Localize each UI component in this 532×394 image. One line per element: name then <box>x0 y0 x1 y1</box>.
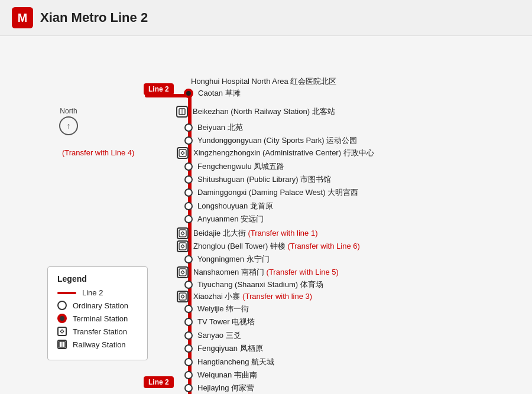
station-tvtower: TV Tower 电视塔 <box>184 317 255 327</box>
legend-terminal-label: Terminal Station <box>73 314 128 323</box>
ordinary-dot <box>184 358 193 366</box>
sanyao-label: Sanyao 三爻 <box>197 330 241 341</box>
ordinary-dot <box>184 202 193 210</box>
svg-text:M: M <box>18 11 27 24</box>
terminal-dot <box>184 89 193 98</box>
transfer-dot <box>177 291 189 302</box>
legend-item-terminal: Terminal Station <box>57 314 138 323</box>
legend-railway-label: Railway Station <box>73 340 126 349</box>
station-fengqiyuan: Fengqiyuan 凤栖原 <box>184 343 263 354</box>
ordinary-dot <box>184 318 193 326</box>
ordinary-dot <box>184 255 193 263</box>
legend-transfer-symbol <box>57 327 67 336</box>
xiaozhai-label: Xiaozhai 小寨 (Transfer with line 3) <box>193 291 312 302</box>
legend-item-line2: Line 2 <box>57 288 138 297</box>
station-sanyao: Sanyao 三爻 <box>184 330 241 341</box>
shitushuguan-label: Shitushuguan (Public Library) 市图书馆 <box>197 174 331 185</box>
xingzhengzhongxin-label: Xingzhengzhongxin (Administrative Center… <box>193 148 374 158</box>
ordinary-dot <box>184 331 193 340</box>
tiyuchang-label: Tiyuchang (Shaanxi Stadium) 体育场 <box>197 279 323 290</box>
station-beidajie: Beidajie 北大街 (Transfer with line 1) <box>177 227 317 239</box>
station-caotan: Caotan 草滩 <box>184 88 241 99</box>
yundonggongyuan-label: Yundonggongyuan (City Sports Park) 运动公园 <box>197 135 357 146</box>
station-hangtiancheng: Hangtiancheng 航天城 <box>184 357 274 367</box>
transfer-line4-note: (Transfer with Line 4) <box>62 148 134 157</box>
beiyuan-label: Beiyuan 北苑 <box>197 122 243 133</box>
legend-item-railway: Railway Station <box>57 340 138 349</box>
fengqiyuan-label: Fengqiyuan 凤栖原 <box>197 343 263 354</box>
fengchengwulu-label: Fengchengwulu 凤城五路 <box>197 161 284 172</box>
ordinary-dot <box>184 344 193 353</box>
yongningmen-label: Yongningmen 永宁门 <box>197 254 270 265</box>
railway-dot <box>176 106 188 118</box>
station-xingzhengzhongxin: Xingzhengzhongxin (Administrative Center… <box>177 147 374 159</box>
legend-line2-symbol <box>57 292 76 294</box>
legend-line2-label: Line 2 <box>82 288 103 297</box>
transfer-dot <box>177 147 189 159</box>
ordinary-dot <box>184 281 193 289</box>
tvtower-label: TV Tower 电视塔 <box>197 317 255 327</box>
svg-rect-7 <box>179 269 186 276</box>
zhonglou-label: Zhonglou (Bell Tower) 钟楼 (Transfer with … <box>193 241 360 252</box>
anyuanmen-label: Anyuanmen 安远门 <box>197 214 264 224</box>
station-shitushuguan: Shitushuguan (Public Library) 市图书馆 <box>184 174 331 185</box>
svg-rect-8 <box>179 293 186 300</box>
daminggongxi-label: Daminggongxi (Daming Palace West) 大明宫西 <box>197 187 358 198</box>
metro-logo: M <box>12 7 33 28</box>
ordinary-dot <box>184 215 193 223</box>
station-weiqunan: Weiqunan 韦曲南 <box>184 370 257 380</box>
legend-item-transfer: Transfer Station <box>57 327 138 336</box>
ordinary-dot <box>184 123 193 132</box>
header: M Xian Metro Line 2 <box>0 0 532 36</box>
ordinary-dot <box>184 305 193 313</box>
compass: North ↑ <box>59 107 78 135</box>
station-nanshaomen: Nanshaomen 南稍门 (Transfer with Line 5) <box>177 266 339 278</box>
transfer-dot <box>177 266 189 278</box>
line-badge-top: Line 2 <box>144 83 174 95</box>
station-anyuanmen: Anyuanmen 安远门 <box>184 214 264 224</box>
ordinary-dot <box>184 175 193 184</box>
legend: Legend Line 2 Ordinary Station Terminal … <box>47 266 148 360</box>
transfer-dot <box>177 240 189 252</box>
station-hejiaying: Hejiaying 何家营 <box>184 383 254 393</box>
caotan-label: Caotan 草滩 <box>198 88 241 99</box>
station-zhonglou: Zhonglou (Bell Tower) 钟楼 (Transfer with … <box>177 240 360 252</box>
line-badge-bottom: Line 2 <box>144 376 174 388</box>
station-beikezhan: Beikezhan (North Railway Station) 北客站 <box>176 106 335 118</box>
station-weiyijie: Weiyijie 纬一街 <box>184 304 249 314</box>
legend-transfer-label: Transfer Station <box>73 327 127 336</box>
ordinary-dot <box>184 384 193 392</box>
longshouyuan-label: Longshouyuan 龙首原 <box>197 201 273 211</box>
legend-ordinary-symbol <box>57 301 67 310</box>
legend-railway-symbol <box>57 340 67 349</box>
hejiaying-label: Hejiaying 何家营 <box>197 383 254 393</box>
legend-title: Legend <box>57 274 138 284</box>
svg-rect-6 <box>179 243 186 250</box>
svg-rect-5 <box>179 230 186 237</box>
station-daminggongxi: Daminggongxi (Daming Palace West) 大明宫西 <box>184 187 358 198</box>
weiyijie-label: Weiyijie 纬一街 <box>197 304 249 314</box>
station-tiyuchang: Tiyuchang (Shaanxi Stadium) 体育场 <box>184 279 323 290</box>
station-beiyuan: Beiyuan 北苑 <box>184 122 243 133</box>
ordinary-dot <box>184 371 193 379</box>
ordinary-dot <box>184 188 193 197</box>
ordinary-dot <box>184 136 193 145</box>
station-fengchengwulu: Fengchengwulu 凤城五路 <box>184 161 284 172</box>
map-area: North ↑ Line 2 Caotan 草滩 Honghui Hospita… <box>0 36 532 394</box>
beikezhan-label: Beikezhan (North Railway Station) 北客站 <box>193 106 335 117</box>
transfer-dot <box>177 227 189 239</box>
hangtiancheng-label: Hangtiancheng 航天城 <box>197 357 274 367</box>
legend-terminal-symbol <box>57 314 67 323</box>
weiqunan-label: Weiqunan 韦曲南 <box>197 370 257 380</box>
legend-item-ordinary: Ordinary Station <box>57 301 138 310</box>
svg-rect-4 <box>179 149 186 157</box>
honghui-label: Caotan 草滩 Honghui Hospital North Area 红会… <box>191 76 336 87</box>
station-yundonggongyuan: Yundonggongyuan (City Sports Park) 运动公园 <box>184 135 357 146</box>
beidajie-label: Beidajie 北大街 (Transfer with line 1) <box>193 228 317 239</box>
nanshaomen-label: Nanshaomen 南稍门 (Transfer with Line 5) <box>193 267 339 278</box>
station-yongningmen: Yongningmen 永宁门 <box>184 254 270 265</box>
station-xiaozhai: Xiaozhai 小寨 (Transfer with line 3) <box>177 291 312 302</box>
station-longshouyuan: Longshouyuan 龙首原 <box>184 201 273 211</box>
north-label: North <box>60 107 77 115</box>
legend-ordinary-label: Ordinary Station <box>73 301 128 310</box>
